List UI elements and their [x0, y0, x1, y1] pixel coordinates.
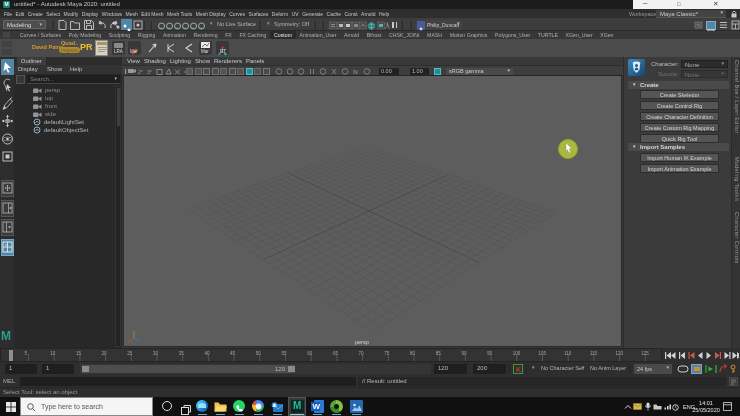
svg-text:105: 105	[539, 351, 547, 356]
svg-text:90: 90	[461, 351, 467, 356]
svg-text:40: 40	[204, 351, 210, 356]
svg-text:115: 115	[590, 351, 598, 356]
svg-text:10: 10	[50, 351, 56, 356]
svg-text:30: 30	[153, 351, 159, 356]
svg-text:125: 125	[641, 351, 649, 356]
svg-text:25: 25	[127, 351, 133, 356]
svg-text:15: 15	[76, 351, 82, 356]
svg-text:5: 5	[25, 351, 28, 356]
svg-text:120: 120	[616, 351, 624, 356]
svg-text:75: 75	[384, 351, 390, 356]
svg-text:20: 20	[102, 351, 108, 356]
svg-text:85: 85	[436, 351, 442, 356]
svg-text:60: 60	[307, 351, 313, 356]
svg-text:50: 50	[256, 351, 262, 356]
svg-text:80: 80	[410, 351, 416, 356]
svg-text:45: 45	[230, 351, 236, 356]
svg-text:100: 100	[513, 351, 521, 356]
svg-text:70: 70	[359, 351, 365, 356]
svg-text:55: 55	[282, 351, 288, 356]
svg-text:35: 35	[179, 351, 185, 356]
svg-text:65: 65	[333, 351, 339, 356]
svg-text:95: 95	[487, 351, 493, 356]
svg-text:110: 110	[564, 351, 572, 356]
